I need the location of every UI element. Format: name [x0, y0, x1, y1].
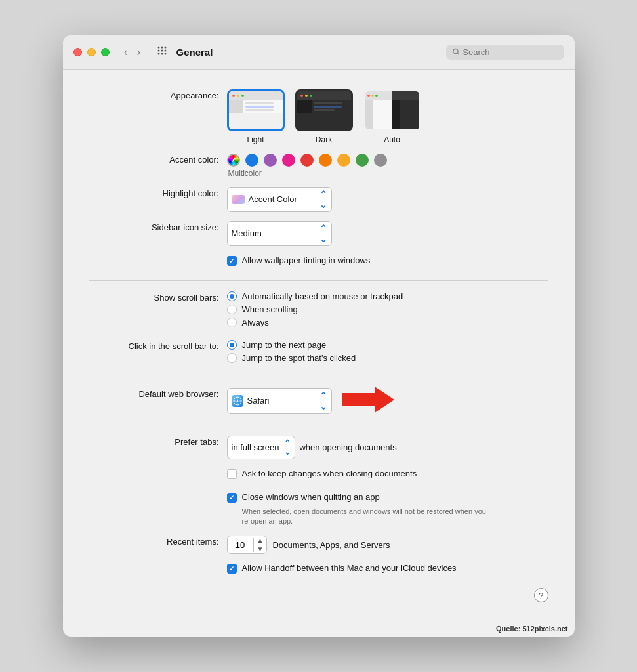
close-windows-checkbox[interactable]	[227, 493, 237, 503]
highlight-color-select[interactable]: Accent Color ⌃⌄	[227, 187, 332, 212]
default-browser-row: Default web browser:	[89, 388, 548, 414]
highlight-color-value: Accent Color	[249, 194, 317, 204]
appearance-light[interactable]: Light	[227, 89, 285, 144]
ask-changes-label: Ask to keep changes when closing documen…	[242, 469, 417, 478]
accent-color-control: Multicolor	[227, 154, 548, 178]
svg-point-7	[161, 53, 163, 55]
wallpaper-tinting-label: Allow wallpaper tinting in windows	[242, 255, 371, 265]
light-label: Light	[247, 135, 264, 144]
search-box[interactable]	[446, 45, 564, 60]
help-button[interactable]: ?	[534, 588, 548, 602]
appearance-label: Appearance:	[89, 89, 227, 100]
scroll-jump-spot-label: Jump to the spot that's clicked	[242, 353, 356, 363]
footer-right: ?	[534, 588, 548, 602]
light-thumb[interactable]	[227, 89, 285, 131]
prefer-tabs-options: in full screen ⌃⌄ when opening documents	[227, 436, 397, 459]
red-arrow	[342, 387, 394, 415]
accent-graphite[interactable]	[374, 154, 387, 167]
appearance-dark[interactable]: Dark	[295, 89, 353, 144]
auto-thumb[interactable]	[363, 89, 421, 131]
recent-items-value: 10	[228, 538, 254, 552]
default-browser-control: Safari ⌃⌄	[227, 388, 548, 414]
back-button[interactable]: ‹	[120, 44, 132, 60]
prefer-tabs-control: in full screen ⌃⌄ when opening documents	[227, 436, 548, 459]
handoff-row: Allow Handoff between this Mac and your …	[89, 563, 548, 578]
minimize-button[interactable]	[87, 48, 96, 56]
maximize-button[interactable]	[101, 48, 110, 56]
stepper-down-button[interactable]: ▼	[254, 545, 267, 553]
sidebar-icon-size-control: Medium ⌃⌄	[227, 221, 548, 246]
prefer-tabs-label: Prefer tabs:	[89, 436, 227, 447]
search-input[interactable]	[462, 47, 557, 57]
scroll-bars-label: Show scroll bars:	[89, 291, 227, 303]
scroll-click-row: Click in the scroll bar to: Jump to the …	[89, 340, 548, 366]
accent-blue[interactable]	[245, 154, 258, 167]
scroll-auto-label: Automatically based on mouse or trackpad	[242, 291, 403, 301]
scroll-always-radio[interactable]	[227, 318, 237, 327]
recent-items-stepper[interactable]: 10 ▲ ▼	[227, 536, 268, 554]
svg-marker-16	[236, 399, 239, 402]
sidebar-icon-size-label: Sidebar icon size:	[89, 221, 227, 232]
scroll-auto-row: Automatically based on mouse or trackpad	[227, 291, 403, 301]
stepper-buttons: ▲ ▼	[254, 536, 267, 553]
scroll-jump-page-row: Jump to the next page	[227, 340, 356, 350]
svg-point-8	[164, 53, 166, 55]
handoff-checkbox[interactable]	[227, 564, 237, 574]
accent-pink[interactable]	[282, 154, 295, 167]
divider-1	[89, 280, 548, 281]
accent-multicolor-label: Multicolor	[228, 169, 262, 178]
svg-point-4	[161, 50, 163, 52]
scroll-bars-row: Show scroll bars: Automatically based on…	[89, 291, 548, 331]
divider-3	[89, 425, 548, 425]
svg-line-10	[457, 53, 459, 54]
appearance-control: Light	[227, 89, 548, 144]
safari-select[interactable]: Safari ⌃⌄	[227, 388, 332, 414]
scroll-scrolling-label: When scrolling	[242, 304, 298, 314]
divider-2	[89, 377, 548, 377]
svg-point-2	[164, 47, 166, 49]
wallpaper-tinting-checkbox[interactable]	[227, 256, 237, 266]
scroll-auto-radio[interactable]	[227, 291, 237, 301]
scroll-scrolling-radio[interactable]	[227, 304, 237, 314]
prefer-tabs-value: in full screen	[232, 442, 279, 452]
accent-green[interactable]	[356, 154, 369, 167]
scroll-click-options: Jump to the next page Jump to the spot t…	[227, 340, 356, 366]
stepper-up-button[interactable]: ▲	[254, 536, 267, 545]
dark-thumb[interactable]	[295, 89, 353, 131]
svg-point-6	[157, 53, 159, 55]
forward-button[interactable]: ›	[133, 44, 145, 60]
accent-multicolor[interactable]	[227, 154, 240, 167]
dark-label: Dark	[316, 135, 332, 144]
scroll-jump-spot-radio[interactable]	[227, 353, 237, 363]
close-windows-checkbox-row: Close windows when quitting an app	[227, 492, 491, 503]
wallpaper-tinting-spacer	[89, 255, 227, 257]
ask-changes-row: Ask to keep changes when closing documen…	[89, 469, 548, 483]
window-title: General	[176, 47, 213, 58]
close-windows-note: When selected, open documents and window…	[242, 507, 491, 527]
ask-changes-spacer	[89, 469, 227, 470]
grid-button[interactable]	[153, 44, 171, 60]
prefer-tabs-select[interactable]: in full screen ⌃⌄	[227, 436, 296, 459]
wallpaper-tinting-row: Allow wallpaper tinting in windows	[89, 255, 548, 270]
close-button[interactable]	[73, 48, 82, 56]
highlight-color-label: Highlight color:	[89, 187, 227, 198]
accent-red[interactable]	[300, 154, 314, 167]
accent-purple[interactable]	[264, 154, 277, 167]
scroll-bars-options: Automatically based on mouse or trackpad…	[227, 291, 403, 331]
ask-changes-checkbox[interactable]	[227, 469, 237, 479]
svg-point-9	[453, 49, 457, 54]
ask-changes-control: Ask to keep changes when closing documen…	[227, 469, 548, 483]
scroll-jump-page-radio[interactable]	[227, 340, 237, 350]
appearance-auto[interactable]: Auto	[363, 89, 421, 144]
close-windows-group: Close windows when quitting an app When …	[227, 492, 491, 527]
prefer-tabs-row: Prefer tabs: in full screen ⌃⌄ when open…	[89, 436, 548, 459]
footer: ?	[89, 588, 548, 602]
accent-orange[interactable]	[319, 154, 332, 167]
handoff-control: Allow Handoff between this Mac and your …	[227, 563, 548, 578]
accent-yellow[interactable]	[337, 154, 350, 167]
recent-items-label: Recent items:	[89, 536, 227, 547]
sidebar-icon-size-value: Medium	[232, 228, 319, 238]
highlight-swatch	[232, 195, 245, 204]
sidebar-icon-select[interactable]: Medium ⌃⌄	[227, 221, 332, 246]
svg-point-0	[157, 47, 159, 49]
